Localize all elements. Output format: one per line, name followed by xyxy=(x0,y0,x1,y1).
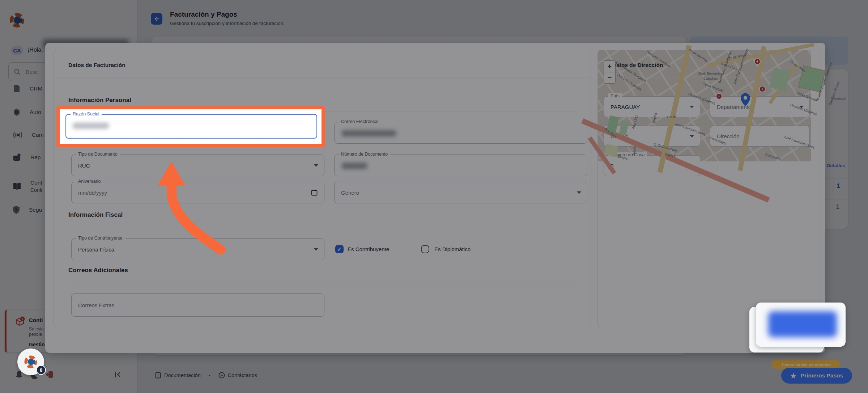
app-root: CA ¡Hola, CRM Auto xyxy=(0,0,868,393)
onboarding-blurred-button[interactable] xyxy=(768,311,837,337)
fab-counter-badge: 8 xyxy=(36,365,46,375)
razon-social-value-redacted xyxy=(73,123,109,129)
app-logo-icon xyxy=(23,354,38,369)
razon-social-field-focused[interactable]: Razón Social xyxy=(65,114,317,139)
tutorial-overlay xyxy=(0,0,868,393)
onboarding-sheet xyxy=(756,303,846,347)
highlight-callout: Razón Social xyxy=(56,106,325,147)
